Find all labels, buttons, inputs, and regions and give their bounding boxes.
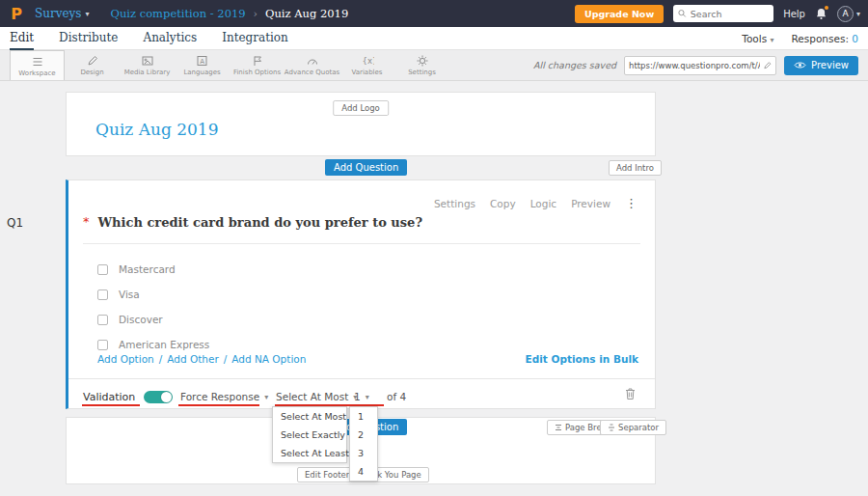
toolbar-item-label: Design [80, 69, 103, 76]
toolbar-item-workspace[interactable]: Workspace [10, 50, 65, 80]
design-icon [86, 54, 99, 68]
account-menu[interactable]: A ▾ [837, 6, 860, 22]
add-option-link[interactable]: Add Option [97, 353, 154, 365]
editor-toolbar: Workspace Design Media Library A Languag… [0, 50, 868, 81]
toolbar-item-media-library[interactable]: Media Library [120, 50, 175, 80]
add-question-button-top[interactable]: Add Question [325, 159, 407, 176]
survey-url-input[interactable] [629, 61, 760, 70]
divider [68, 378, 655, 379]
question-preview-link[interactable]: Preview [571, 198, 610, 209]
toolbar-item-finish-options[interactable]: Finish Options [230, 50, 285, 80]
option-label[interactable]: Discover [119, 314, 163, 325]
dropdown-option-select-exactly[interactable]: Select Exactly [273, 426, 346, 444]
answer-option-row: Discover [97, 314, 163, 325]
answer-option-row: American Express [97, 339, 209, 350]
option-checkbox[interactable] [97, 315, 108, 325]
question-actions: Settings Copy Logic Preview ⋮ [434, 196, 637, 210]
question-copy-link[interactable]: Copy [490, 198, 516, 209]
breadcrumb-current: Quiz Aug 2019 [265, 7, 348, 20]
edit-pencil-icon[interactable] [763, 61, 772, 70]
tab-analytics[interactable]: Analytics [143, 27, 197, 50]
option-checkbox[interactable] [97, 264, 108, 275]
upgrade-now-button[interactable]: Upgrade Now [575, 5, 664, 23]
option-label[interactable]: Visa [119, 289, 140, 300]
avatar: A [837, 6, 854, 22]
add-logo-button[interactable]: Add Logo [333, 100, 389, 116]
search-box [673, 5, 773, 22]
force-response-value: Force Response [180, 391, 259, 402]
questionpro-logo[interactable]: P [8, 5, 25, 23]
dropdown-option-select-at-most[interactable]: Select At Most [273, 407, 346, 426]
surveys-menu-label: Surveys [35, 7, 82, 20]
toolbar-item-label: Variables [352, 69, 383, 76]
more-options-icon[interactable]: ⋮ [625, 196, 637, 210]
toolbar-item-label: Languages [183, 69, 220, 76]
toolbar-item-variables[interactable]: {x} Variables [339, 50, 394, 80]
languages-icon: A [196, 54, 209, 68]
force-response-select[interactable]: Force Response ▾ [180, 391, 268, 402]
page-break-icon [555, 424, 562, 431]
option-add-links: Add Option / Add Other / Add NA Option [97, 353, 306, 365]
tab-distribute[interactable]: Distribute [59, 27, 118, 50]
link-separator: / [224, 353, 228, 365]
question-text-row: * Which credit card brand do you prefer … [83, 215, 640, 244]
eye-icon [794, 61, 806, 69]
question-logic-link[interactable]: Logic [530, 198, 556, 209]
count-value: 1 [354, 391, 361, 402]
add-intro-button[interactable]: Add Intro [609, 160, 662, 176]
answer-option-row: Visa [97, 289, 140, 300]
toolbar-item-design[interactable]: Design [65, 50, 120, 80]
add-other-link[interactable]: Add Other [167, 353, 218, 365]
toolbar-item-label: Media Library [124, 69, 171, 76]
dropdown-option-select-at-least[interactable]: Select At Least [273, 444, 346, 462]
breadcrumb-parent[interactable]: Quiz competition - 2019 [111, 7, 246, 20]
option-checkbox[interactable] [97, 340, 108, 350]
surveys-menu[interactable]: Surveys ▾ [35, 7, 90, 20]
advance-quotas-icon [306, 54, 319, 68]
survey-title[interactable]: Quiz Aug 2019 [95, 120, 218, 139]
notifications-bell-icon[interactable] [815, 7, 827, 20]
annotation-underline [178, 404, 259, 406]
autosave-status: All changes saved [533, 60, 616, 70]
tab-edit[interactable]: Edit [10, 27, 34, 50]
chevron-down-icon: ▾ [771, 36, 774, 44]
survey-url-box [624, 56, 776, 75]
responses-link[interactable]: Responses: 0 [792, 33, 858, 44]
finish-options-icon [251, 54, 264, 68]
dropdown-option-3[interactable]: 3 [350, 444, 377, 462]
search-input[interactable] [691, 9, 769, 19]
chevron-down-icon: ▾ [856, 10, 860, 18]
tools-menu[interactable]: Tools ▾ [742, 33, 773, 44]
count-select[interactable]: 1 ▾ [354, 391, 369, 402]
add-na-option-link[interactable]: Add NA Option [231, 353, 306, 365]
toolbar-item-languages[interactable]: A Languages [175, 50, 230, 80]
preview-button[interactable]: Preview [784, 56, 858, 75]
question-settings-link[interactable]: Settings [434, 198, 475, 209]
notification-dot [825, 6, 828, 10]
separator-label: Separator [618, 423, 659, 432]
option-label[interactable]: Mastercard [119, 263, 176, 275]
dropdown-option-1[interactable]: 1 [350, 407, 377, 426]
separator-icon [608, 424, 615, 431]
option-checkbox[interactable] [97, 289, 108, 300]
tools-label: Tools [742, 33, 767, 44]
tab-integration[interactable]: Integration [222, 27, 288, 50]
workspace-icon [31, 55, 44, 69]
delete-question-trash-icon[interactable] [624, 387, 637, 400]
option-label[interactable]: American Express [119, 339, 209, 350]
validation-toggle[interactable] [144, 391, 173, 403]
search-icon [678, 9, 687, 18]
edit-footer-button[interactable]: Edit Footer [297, 467, 357, 482]
separator-button[interactable]: Separator [600, 420, 666, 435]
select-mode-select[interactable]: Select At Most ▾ [276, 391, 357, 402]
question-text[interactable]: Which credit card brand do you prefer to… [98, 215, 423, 230]
dropdown-option-2[interactable]: 2 [350, 426, 377, 444]
toolbar-item-advance-quotas[interactable]: Advance Quotas [285, 50, 339, 80]
select-mode-value: Select At Most [276, 391, 348, 402]
help-link[interactable]: Help [783, 9, 805, 19]
link-separator: / [159, 353, 163, 365]
dropdown-option-4[interactable]: 4 [350, 462, 377, 481]
edit-options-in-bulk-link[interactable]: Edit Options in Bulk [526, 353, 638, 365]
main-nav: Edit Distribute Analytics Integration To… [0, 27, 868, 50]
toolbar-item-settings[interactable]: Settings [394, 50, 449, 80]
